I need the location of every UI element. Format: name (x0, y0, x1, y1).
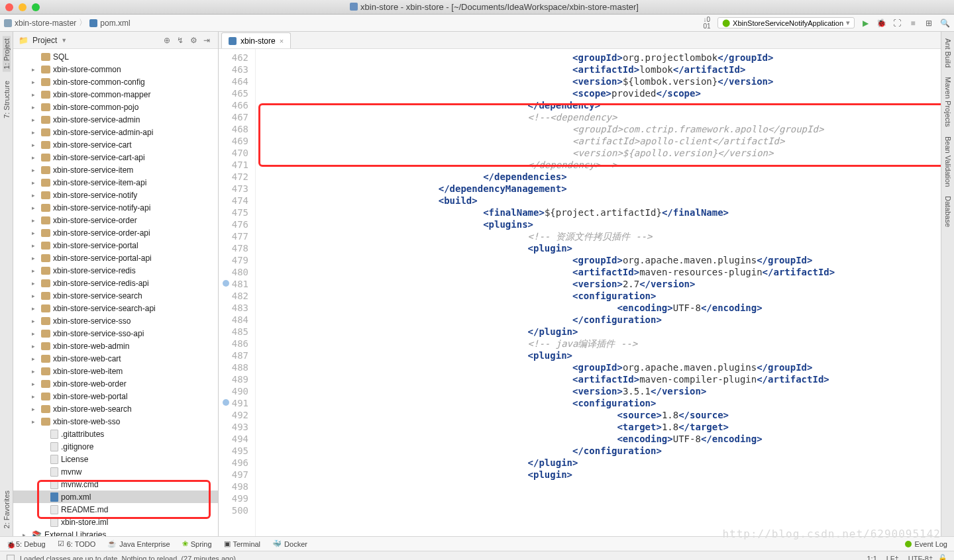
spring-boot-icon: ⬤ (722, 19, 730, 27)
tree-folder[interactable]: ▸xbin-store-web-cart (13, 352, 218, 365)
tree-file[interactable]: xbin-store.iml (13, 516, 218, 528)
zoom-window-icon[interactable] (32, 3, 40, 11)
folder-icon (41, 66, 50, 73)
project-pane-title[interactable]: Project (32, 36, 57, 45)
tree-folder[interactable]: ▸xbin-store-common-config (13, 75, 218, 88)
tree-folder[interactable]: ▸xbin-store-service-notify (13, 189, 218, 201)
tree-folder[interactable]: ▸xbin-store-service-cart-api (13, 151, 218, 163)
breadcrumb-root[interactable]: xbin-store-master (15, 19, 76, 28)
lock-icon[interactable]: 🔓 (938, 554, 947, 560)
chevron-down-icon[interactable]: ▼ (61, 37, 67, 44)
tool-windows-toggle-icon[interactable] (7, 555, 15, 561)
tab-bean[interactable]: Bean Validation (944, 134, 952, 189)
tree-folder[interactable]: ▸xbin-store-service-notify-api (13, 201, 218, 214)
override-gutter-icon[interactable] (223, 399, 229, 406)
tab-structure[interactable]: 7: Structure (3, 78, 11, 121)
make-icon[interactable]: ↓001 (702, 18, 712, 28)
search-icon[interactable]: 🔍 (939, 18, 950, 28)
tree-folder[interactable]: ▸xbin-store-service-portal-api (13, 252, 218, 264)
tree-file[interactable]: .gitignore (13, 440, 218, 453)
tree-folder[interactable]: SQL (13, 50, 218, 63)
tab-docker[interactable]: 🐳Docker (272, 539, 307, 548)
tree-label: xbin-store-web-order (53, 379, 127, 389)
tab-project[interactable]: 1: Project (3, 36, 11, 71)
override-gutter-icon[interactable] (223, 280, 229, 287)
line-separator[interactable]: LF‡ (886, 555, 899, 561)
tab-favorites[interactable]: 2: Favorites (3, 488, 11, 531)
tree-folder[interactable]: ▸xbin-store-service-sso (13, 314, 218, 327)
editor-tab-label: xbin-store (240, 36, 276, 46)
stop-icon[interactable]: ■ (908, 18, 918, 28)
file-encoding[interactable]: UTF-8‡ (908, 555, 933, 561)
run-icon[interactable]: ▶ (860, 18, 871, 28)
project-tree[interactable]: SQL▸xbin-store-common▸xbin-store-common-… (13, 49, 218, 536)
collapse-icon[interactable]: ⊕ (164, 36, 173, 45)
debug-icon[interactable]: 🐞 (876, 18, 886, 28)
traffic-lights (5, 3, 40, 11)
close-tab-icon[interactable]: × (280, 37, 284, 45)
tree-folder[interactable]: ▸xbin-store-service-portal (13, 239, 218, 252)
tree-folder[interactable]: ▸xbin-store-service-cart (13, 138, 218, 151)
tree-folder[interactable]: ▸xbin-store-service-search-api (13, 302, 218, 314)
close-window-icon[interactable] (5, 3, 13, 11)
tree-folder[interactable]: ▸xbin-store-service-search (13, 289, 218, 302)
scroll-from-source-icon[interactable]: ↯ (177, 36, 186, 45)
file-icon (50, 467, 58, 477)
breadcrumb-file[interactable]: pom.xml (100, 19, 130, 28)
tab-database[interactable]: Database (944, 193, 952, 230)
tree-folder[interactable]: ▸xbin-store-service-item (13, 163, 218, 176)
event-log[interactable]: Event Log (905, 540, 947, 548)
tree-label: xbin-store-service-portal-api (53, 254, 152, 263)
tree-folder[interactable]: ▸xbin-store-service-order-api (13, 226, 218, 239)
tab-spring[interactable]: ❀Spring (182, 539, 212, 548)
code-content[interactable]: <groupId>org.projectlombok</groupId> <ar… (256, 49, 941, 536)
tree-folder[interactable]: ▸xbin-store-service-sso-api (13, 327, 218, 340)
tree-file[interactable]: ▸📚External Libraries (13, 528, 218, 536)
tree-file[interactable]: mvnw.cmd (13, 478, 218, 490)
coverage-icon[interactable]: ⛶ (892, 18, 902, 28)
chevron-right-icon: 〉 (79, 17, 87, 28)
gear-icon[interactable]: ⚙ (190, 36, 199, 45)
tree-folder[interactable]: ▸xbin-store-web-portal (13, 390, 218, 402)
tab-debug[interactable]: 🐞5: Debug (7, 540, 46, 548)
folder-icon (41, 242, 50, 250)
tree-folder[interactable]: ▸xbin-store-service-item-api (13, 176, 218, 189)
editor-tab-pom[interactable]: xbin-store × (221, 32, 291, 48)
editor-tabs: xbin-store × (219, 32, 941, 49)
caret-position[interactable]: 1:1 (867, 555, 876, 561)
minimize-window-icon[interactable] (19, 3, 26, 11)
tab-terminal[interactable]: ▣Terminal (224, 539, 261, 548)
tree-file[interactable]: pom.xml (13, 490, 218, 503)
tree-label: xbin-store-service-admin-api (53, 128, 153, 137)
tree-file[interactable]: mvnw (13, 465, 218, 478)
folder-icon (41, 254, 50, 262)
tree-folder[interactable]: ▸xbin-store-service-admin-api (13, 126, 218, 138)
tab-java-ee[interactable]: ☕Java Enterprise (107, 539, 170, 548)
tree-folder[interactable]: ▸xbin-store-service-redis (13, 264, 218, 277)
tab-ant[interactable]: Ant Build (944, 36, 952, 70)
tree-folder[interactable]: ▸xbin-store-service-order (13, 214, 218, 226)
tab-todo[interactable]: ☑6: TODO (58, 539, 96, 548)
tree-folder[interactable]: ▸xbin-store-web-admin (13, 340, 218, 352)
tree-folder[interactable]: ▸xbin-store-web-item (13, 365, 218, 377)
tree-folder[interactable]: ▸xbin-store-web-search (13, 402, 218, 415)
hide-icon[interactable]: ⇥ (203, 36, 213, 45)
tree-folder[interactable]: ▸xbin-store-web-order (13, 377, 218, 390)
tree-folder[interactable]: ▸xbin-store-web-sso (13, 415, 218, 428)
layout-icon[interactable]: ⊞ (924, 18, 934, 28)
tree-folder[interactable]: ▸xbin-store-common (13, 63, 218, 75)
code-area[interactable]: 4624634644654664674684694704714724734744… (219, 49, 941, 536)
run-config-selector[interactable]: ⬤ XbinStoreServiceNotifyApplication ▾ (717, 17, 855, 28)
tree-file[interactable]: README.md (13, 503, 218, 516)
tree-folder[interactable]: ▸xbin-store-service-admin (13, 113, 218, 126)
folder-icon (41, 380, 50, 388)
tree-folder[interactable]: ▸xbin-store-common-pojo (13, 101, 218, 113)
tree-folder[interactable]: ▸xbin-store-common-mapper (13, 88, 218, 101)
tab-maven[interactable]: Maven Projects (944, 74, 952, 130)
tree-folder[interactable]: ▸xbin-store-service-redis-api (13, 277, 218, 289)
window-titlebar: xbin-store - xbin-store - [~/Documents/I… (0, 0, 954, 15)
folder-icon (41, 191, 50, 199)
tree-label: xbin-store-web-search (53, 404, 132, 414)
tree-file[interactable]: License (13, 453, 218, 465)
tree-file[interactable]: .gitattributes (13, 428, 218, 440)
